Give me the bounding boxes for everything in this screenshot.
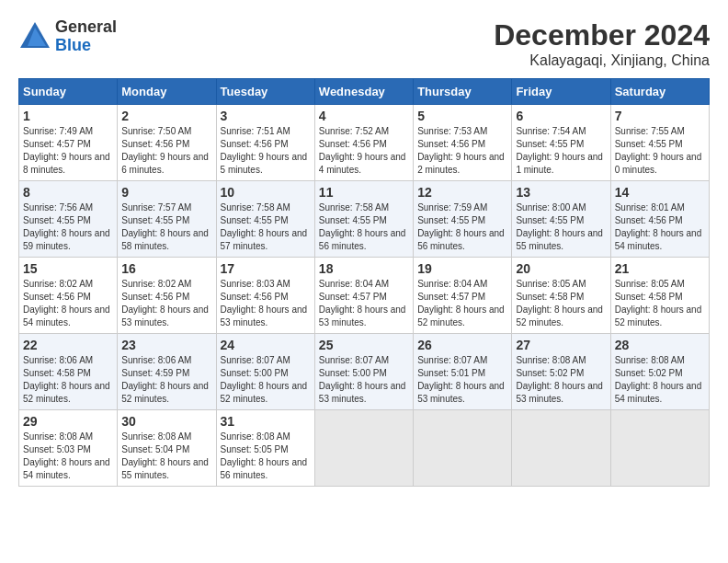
day-info: Sunrise: 7:49 AM Sunset: 4:57 PM Dayligh… <box>23 125 113 177</box>
table-row: 17 Sunrise: 8:03 AM Sunset: 4:56 PM Dayl… <box>216 258 314 334</box>
table-row: 24 Sunrise: 8:07 AM Sunset: 5:00 PM Dayl… <box>216 334 314 410</box>
table-row <box>314 410 413 487</box>
day-info: Sunrise: 8:06 AM Sunset: 4:59 PM Dayligh… <box>121 354 211 406</box>
day-info: Sunrise: 8:02 AM Sunset: 4:56 PM Dayligh… <box>23 278 113 329</box>
table-row: 26 Sunrise: 8:07 AM Sunset: 5:01 PM Dayl… <box>414 334 512 410</box>
day-info: Sunrise: 7:58 AM Sunset: 4:55 PM Dayligh… <box>221 201 311 253</box>
day-info: Sunrise: 7:52 AM Sunset: 4:56 PM Dayligh… <box>319 125 409 177</box>
table-row: 21 Sunrise: 8:05 AM Sunset: 4:58 PM Dayl… <box>610 258 709 334</box>
day-number: 15 <box>23 261 113 276</box>
day-info: Sunrise: 8:04 AM Sunset: 4:57 PM Dayligh… <box>417 278 507 329</box>
table-row: 5 Sunrise: 7:53 AM Sunset: 4:56 PM Dayli… <box>414 105 512 181</box>
day-info: Sunrise: 8:07 AM Sunset: 5:00 PM Dayligh… <box>221 354 311 406</box>
day-number: 5 <box>417 109 507 123</box>
day-info: Sunrise: 7:53 AM Sunset: 4:56 PM Dayligh… <box>417 125 507 177</box>
day-number: 2 <box>121 109 211 123</box>
col-sunday: Sunday <box>19 79 118 105</box>
day-number: 7 <box>615 109 705 123</box>
day-info: Sunrise: 8:04 AM Sunset: 4:57 PM Dayligh… <box>319 278 409 329</box>
day-info: Sunrise: 8:07 AM Sunset: 5:00 PM Dayligh… <box>319 354 409 406</box>
day-number: 8 <box>23 185 113 200</box>
table-row: 27 Sunrise: 8:08 AM Sunset: 5:02 PM Dayl… <box>512 334 610 410</box>
table-row: 10 Sunrise: 7:58 AM Sunset: 4:55 PM Dayl… <box>216 181 314 258</box>
day-info: Sunrise: 7:57 AM Sunset: 4:55 PM Dayligh… <box>121 201 211 253</box>
day-number: 17 <box>221 261 311 276</box>
day-number: 30 <box>121 414 211 429</box>
day-info: Sunrise: 7:54 AM Sunset: 4:55 PM Dayligh… <box>516 125 606 177</box>
table-row: 2 Sunrise: 7:50 AM Sunset: 4:56 PM Dayli… <box>118 105 216 181</box>
col-tuesday: Tuesday <box>216 79 314 105</box>
col-wednesday: Wednesday <box>314 79 413 105</box>
day-info: Sunrise: 8:00 AM Sunset: 4:55 PM Dayligh… <box>516 201 606 253</box>
table-row: 6 Sunrise: 7:54 AM Sunset: 4:55 PM Dayli… <box>512 105 610 181</box>
page-title: December 2024 <box>494 18 710 52</box>
day-number: 29 <box>23 414 113 429</box>
table-row: 18 Sunrise: 8:04 AM Sunset: 4:57 PM Dayl… <box>314 258 413 334</box>
day-number: 22 <box>23 338 113 352</box>
day-number: 9 <box>121 185 211 200</box>
table-row: 19 Sunrise: 8:04 AM Sunset: 4:57 PM Dayl… <box>414 258 512 334</box>
table-row: 7 Sunrise: 7:55 AM Sunset: 4:55 PM Dayli… <box>610 105 709 181</box>
day-number: 28 <box>615 338 705 352</box>
day-number: 1 <box>23 109 113 123</box>
day-number: 26 <box>417 338 507 352</box>
day-number: 11 <box>319 185 409 200</box>
day-number: 24 <box>221 338 311 352</box>
col-monday: Monday <box>118 79 216 105</box>
calendar-body: 1 Sunrise: 7:49 AM Sunset: 4:57 PM Dayli… <box>19 105 710 487</box>
day-number: 13 <box>516 185 606 200</box>
table-row: 14 Sunrise: 8:01 AM Sunset: 4:56 PM Dayl… <box>610 181 709 258</box>
table-row: 16 Sunrise: 8:02 AM Sunset: 4:56 PM Dayl… <box>118 258 216 334</box>
day-number: 6 <box>516 109 606 123</box>
day-number: 16 <box>121 261 211 276</box>
table-row: 9 Sunrise: 7:57 AM Sunset: 4:55 PM Dayli… <box>118 181 216 258</box>
table-row: 1 Sunrise: 7:49 AM Sunset: 4:57 PM Dayli… <box>19 105 118 181</box>
table-row <box>610 410 709 487</box>
table-row <box>512 410 610 487</box>
day-info: Sunrise: 8:07 AM Sunset: 5:01 PM Dayligh… <box>417 354 507 406</box>
col-saturday: Saturday <box>610 79 709 105</box>
day-info: Sunrise: 8:06 AM Sunset: 4:58 PM Dayligh… <box>23 354 113 406</box>
day-info: Sunrise: 8:08 AM Sunset: 5:03 PM Dayligh… <box>23 431 113 482</box>
logo-icon <box>18 20 51 53</box>
day-info: Sunrise: 7:58 AM Sunset: 4:55 PM Dayligh… <box>319 201 409 253</box>
table-row: 13 Sunrise: 8:00 AM Sunset: 4:55 PM Dayl… <box>512 181 610 258</box>
day-info: Sunrise: 8:08 AM Sunset: 5:02 PM Dayligh… <box>615 354 705 406</box>
table-row: 20 Sunrise: 8:05 AM Sunset: 4:58 PM Dayl… <box>512 258 610 334</box>
day-number: 31 <box>221 414 311 429</box>
col-friday: Friday <box>512 79 610 105</box>
title-block: December 2024 Kalayagaqi, Xinjiang, Chin… <box>494 18 710 69</box>
day-info: Sunrise: 7:56 AM Sunset: 4:55 PM Dayligh… <box>23 201 113 253</box>
day-number: 12 <box>417 185 507 200</box>
day-info: Sunrise: 8:01 AM Sunset: 4:56 PM Dayligh… <box>615 201 705 253</box>
col-thursday: Thursday <box>414 79 512 105</box>
table-row: 22 Sunrise: 8:06 AM Sunset: 4:58 PM Dayl… <box>19 334 118 410</box>
day-info: Sunrise: 8:08 AM Sunset: 5:02 PM Dayligh… <box>516 354 606 406</box>
day-number: 18 <box>319 261 409 276</box>
day-number: 10 <box>221 185 311 200</box>
calendar-table: Sunday Monday Tuesday Wednesday Thursday… <box>18 78 710 487</box>
calendar-header: Sunday Monday Tuesday Wednesday Thursday… <box>19 79 710 105</box>
table-row <box>414 410 512 487</box>
day-number: 23 <box>121 338 211 352</box>
day-info: Sunrise: 8:08 AM Sunset: 5:05 PM Dayligh… <box>221 431 311 482</box>
day-number: 20 <box>516 261 606 276</box>
page-header: General Blue December 2024 Kalayagaqi, X… <box>18 18 710 69</box>
table-row: 31 Sunrise: 8:08 AM Sunset: 5:05 PM Dayl… <box>216 410 314 487</box>
day-number: 14 <box>615 185 705 200</box>
table-row: 30 Sunrise: 8:08 AM Sunset: 5:04 PM Dayl… <box>118 410 216 487</box>
day-info: Sunrise: 8:08 AM Sunset: 5:04 PM Dayligh… <box>121 431 211 482</box>
day-info: Sunrise: 7:59 AM Sunset: 4:55 PM Dayligh… <box>417 201 507 253</box>
day-info: Sunrise: 7:50 AM Sunset: 4:56 PM Dayligh… <box>121 125 211 177</box>
day-info: Sunrise: 8:03 AM Sunset: 4:56 PM Dayligh… <box>221 278 311 329</box>
day-info: Sunrise: 7:55 AM Sunset: 4:55 PM Dayligh… <box>615 125 705 177</box>
table-row: 3 Sunrise: 7:51 AM Sunset: 4:56 PM Dayli… <box>216 105 314 181</box>
table-row: 28 Sunrise: 8:08 AM Sunset: 5:02 PM Dayl… <box>610 334 709 410</box>
day-info: Sunrise: 8:05 AM Sunset: 4:58 PM Dayligh… <box>516 278 606 329</box>
day-number: 3 <box>221 109 311 123</box>
table-row: 11 Sunrise: 7:58 AM Sunset: 4:55 PM Dayl… <box>314 181 413 258</box>
table-row: 25 Sunrise: 8:07 AM Sunset: 5:00 PM Dayl… <box>314 334 413 410</box>
table-row: 29 Sunrise: 8:08 AM Sunset: 5:03 PM Dayl… <box>19 410 118 487</box>
day-number: 4 <box>319 109 409 123</box>
table-row: 12 Sunrise: 7:59 AM Sunset: 4:55 PM Dayl… <box>414 181 512 258</box>
